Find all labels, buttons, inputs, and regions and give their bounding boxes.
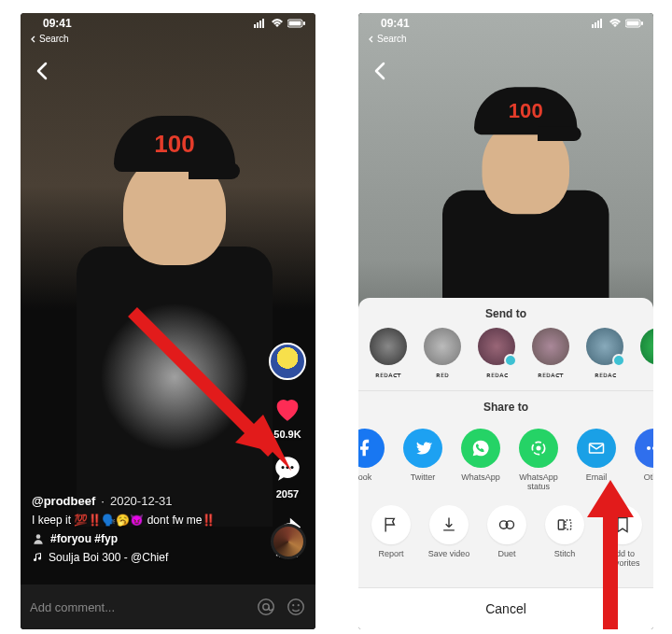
music-note-icon — [32, 552, 43, 563]
action-report[interactable]: Report — [368, 505, 414, 569]
comment-button[interactable]: 2057 — [272, 453, 303, 500]
music-row[interactable]: Soulja Boi 300 - @Chief — [32, 551, 241, 564]
svg-rect-1 — [257, 22, 259, 28]
profile-avatar[interactable] — [269, 343, 306, 380]
action-stitch[interactable]: Stitch — [541, 505, 588, 569]
music-title: Soulja Boi 300 - @Chief — [49, 551, 168, 564]
phone-video-view: 100 09:41 Search 50.9K 2057 4310 — [21, 13, 315, 629]
svg-rect-0 — [254, 24, 256, 28]
svg-point-9 — [290, 466, 293, 469]
share-to-title: Share to — [358, 391, 653, 421]
author-row[interactable]: @prodbeef · 2020-12-31 — [32, 494, 241, 508]
comment-input[interactable]: Add comment... — [30, 600, 246, 614]
whatsapp-status-icon — [519, 429, 558, 468]
battery-icon — [625, 19, 644, 28]
back-search-label: Search — [377, 34, 407, 44]
bookmark-icon — [603, 505, 642, 544]
back-button[interactable] — [35, 62, 49, 84]
cap-text: 100 — [154, 130, 194, 159]
svg-rect-25 — [627, 21, 639, 26]
email-icon — [577, 429, 616, 468]
emoji-icon[interactable] — [286, 597, 306, 617]
video-meta: @prodbeef · 2020-12-31 I keep it 💯‼️🗣️🥱😈… — [32, 494, 241, 564]
whatsapp-icon — [461, 429, 500, 468]
like-button[interactable]: 50.9K — [272, 393, 303, 440]
send-item[interactable]: ʀᴇᴅᴀᴄ — [584, 328, 625, 379]
cellular-icon — [254, 19, 267, 28]
svg-rect-35 — [558, 520, 564, 529]
svg-point-10 — [36, 534, 41, 539]
share-twitter[interactable]: Twitter — [399, 429, 446, 492]
hashtags: #foryou #fyp — [50, 532, 118, 545]
shirt-graphic — [100, 303, 249, 452]
post-date: 2020-12-31 — [110, 494, 173, 508]
back-button[interactable] — [373, 62, 386, 84]
person-torso — [77, 247, 273, 527]
svg-point-17 — [298, 604, 300, 606]
facebook-icon — [358, 429, 385, 468]
back-chevron-small-icon — [368, 35, 375, 43]
share-facebook[interactable]: ook — [358, 429, 388, 492]
report-icon — [371, 505, 411, 544]
comment-count: 2057 — [276, 488, 299, 500]
back-to-search[interactable]: Search — [358, 34, 653, 44]
person-pin-icon — [32, 532, 45, 545]
music-disc[interactable] — [271, 524, 306, 559]
status-icons — [254, 19, 306, 28]
duet-icon — [487, 505, 526, 544]
save-icon — [429, 505, 469, 544]
svg-rect-36 — [566, 520, 571, 529]
mention-icon[interactable] — [256, 597, 276, 617]
send-item[interactable]: ʀᴇᴅᴀᴄᴛ — [368, 328, 409, 379]
like-count: 50.9K — [273, 429, 301, 440]
svg-point-30 — [647, 446, 651, 450]
back-chevron-small-icon — [30, 35, 37, 43]
status-time: 09:41 — [43, 17, 72, 30]
cancel-button[interactable]: Cancel — [358, 587, 653, 629]
status-time: 09:41 — [381, 17, 410, 30]
send-to-row: ʀᴇᴅᴀᴄᴛ ʀᴇᴅ ʀᴇᴅᴀᴄ ʀᴇᴅᴀᴄᴛ ʀᴇᴅᴀᴄ — [358, 328, 653, 390]
svg-rect-23 — [600, 19, 602, 28]
cap-text: 100 — [509, 99, 543, 123]
battery-icon — [287, 19, 306, 28]
svg-point-13 — [259, 599, 274, 615]
svg-point-15 — [288, 599, 304, 615]
share-other[interactable]: Other — [631, 429, 653, 492]
send-item[interactable]: ʀᴇᴅ — [422, 328, 463, 379]
send-item[interactable]: ʀᴇᴅᴀᴄ — [476, 328, 517, 379]
share-email[interactable]: Email — [573, 429, 620, 492]
action-duet[interactable]: Duet — [483, 505, 530, 569]
back-to-search[interactable]: Search — [21, 34, 315, 44]
status-icons — [592, 19, 644, 28]
send-item[interactable]: ʀᴇᴅᴀᴄᴛ — [530, 328, 571, 379]
caption: I keep it 💯‼️🗣️🥱😈 dont fw me‼️ — [32, 514, 241, 527]
send-item[interactable] — [638, 328, 653, 379]
share-whatsapp-status[interactable]: WhatsApp status — [515, 429, 562, 492]
svg-rect-5 — [289, 21, 301, 26]
svg-rect-2 — [259, 21, 261, 28]
svg-rect-3 — [262, 19, 264, 28]
share-sheet: Send to ʀᴇᴅᴀᴄᴛ ʀᴇᴅ ʀᴇᴅᴀᴄ ʀᴇᴅᴀᴄᴛ ʀᴇᴅᴀᴄ Sh… — [358, 298, 653, 629]
send-to-title: Send to — [358, 298, 653, 328]
phone-share-sheet-view: 100 09:41 Search Send to ʀᴇᴅᴀᴄᴛ ʀᴇᴅ ʀᴇᴅᴀ… — [358, 13, 653, 629]
hashtag-row[interactable]: #foryou #fyp — [32, 532, 241, 545]
comment-bar: Add comment... — [21, 585, 315, 629]
share-whatsapp[interactable]: WhatsApp — [457, 429, 504, 492]
svg-rect-21 — [595, 22, 596, 28]
twitter-icon — [403, 429, 442, 468]
svg-point-12 — [38, 557, 41, 560]
status-bar: 09:41 — [21, 13, 315, 34]
svg-point-28 — [537, 446, 541, 451]
username: @prodbeef — [32, 494, 95, 508]
action-row: Report Save video Duet Stitch Add to Fav… — [358, 498, 653, 572]
back-search-label: Search — [39, 34, 69, 44]
avatar-icon — [269, 343, 306, 380]
heart-icon — [272, 393, 303, 425]
svg-rect-6 — [303, 21, 305, 25]
svg-point-14 — [263, 604, 269, 610]
action-save[interactable]: Save video — [426, 505, 472, 569]
share-to-row: ook Twitter WhatsApp WhatsApp status Ema… — [358, 421, 653, 498]
svg-point-16 — [292, 604, 294, 606]
more-icon — [635, 429, 653, 468]
action-favorites[interactable]: Add to Favorites — [599, 505, 646, 569]
